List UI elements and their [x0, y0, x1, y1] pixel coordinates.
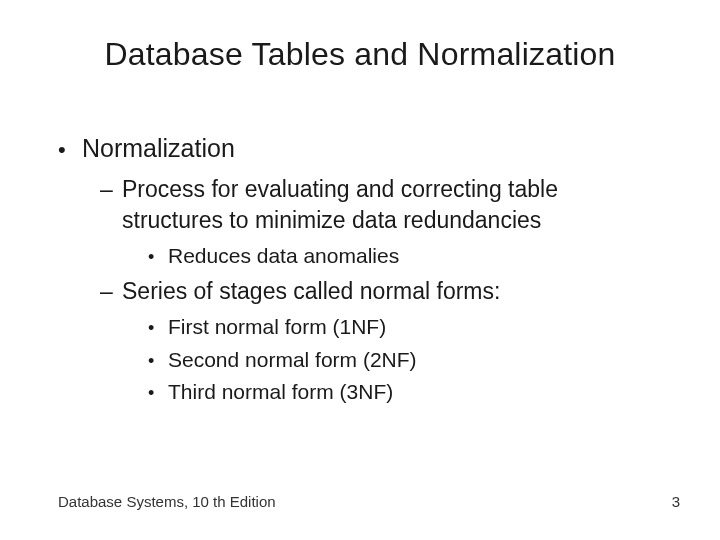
dash-icon: – — [100, 174, 122, 236]
bullet-normalization: Normalization — [58, 134, 235, 162]
subsub-2nf: Second normal form (2NF) — [148, 348, 417, 371]
subsub-3nf: Third normal form (3NF) — [148, 380, 393, 403]
slide-title: Database Tables and Normalization — [0, 36, 720, 73]
subsub-text: First normal form (1NF) — [168, 315, 386, 338]
footer-source: Database Systems, 10 th Edition — [58, 493, 276, 510]
subsub-text: Reduces data anomalies — [168, 244, 399, 267]
slide: Database Tables and Normalization Normal… — [0, 0, 720, 540]
subbullet-stages: – Series of stages called normal forms: — [100, 276, 662, 307]
bullet-text: Normalization — [82, 134, 235, 162]
page-number: 3 — [672, 493, 680, 510]
subbullet-text: Process for evaluating and correcting ta… — [122, 174, 662, 236]
subsub-reduces: Reduces data anomalies — [148, 244, 399, 267]
subsub-1nf: First normal form (1NF) — [148, 315, 386, 338]
subbullet-process: – Process for evaluating and correcting … — [100, 174, 662, 236]
slide-body: Normalization – Process for evaluating a… — [58, 132, 662, 412]
subbullet-text: Series of stages called normal forms: — [122, 276, 662, 307]
subsub-text: Second normal form (2NF) — [168, 348, 417, 371]
subsub-text: Third normal form (3NF) — [168, 380, 393, 403]
dash-icon: – — [100, 276, 122, 307]
